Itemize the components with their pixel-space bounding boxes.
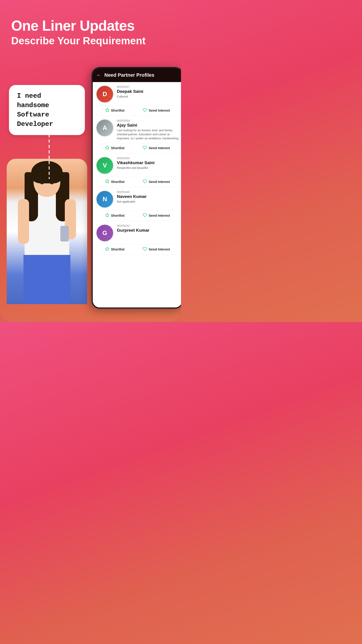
- svg-marker-2: [105, 146, 109, 149]
- profile-desc: Not applicable: [117, 200, 179, 204]
- shortlist-label: Shortlist: [111, 146, 125, 150]
- profile-item: A MSR5454 Ajay Saini I am looking for an…: [93, 116, 181, 154]
- send-interest-button[interactable]: Send Interest: [143, 108, 170, 113]
- shortlist-button[interactable]: Shortlist: [105, 213, 125, 218]
- profile-name[interactable]: Deepak Saini: [117, 89, 179, 94]
- profile-id: MSR5457: [117, 85, 179, 88]
- profile-desc: I am looking for an honest, kind, and fa…: [117, 128, 179, 141]
- send-interest-label: Send Interest: [149, 247, 170, 251]
- shortlist-button[interactable]: Shortlist: [105, 145, 125, 150]
- profile-info: MSR5454 Ajay Saini I am looking for an h…: [117, 119, 179, 141]
- profile-info: MSR5450 Vikashkumar Saini Respectful and…: [117, 156, 179, 170]
- star-icon: [105, 145, 109, 150]
- svg-marker-5: [105, 247, 109, 250]
- profile-top: N MSR5449 Naveen Kumar Not applicable: [96, 190, 179, 210]
- sub-title: Describe Your Requirement: [11, 35, 170, 47]
- shortlist-button[interactable]: Shortlist: [105, 179, 125, 184]
- profile-id: MSR5442: [117, 224, 179, 228]
- profile-id: MSR5454: [117, 119, 179, 122]
- profile-avatar[interactable]: G: [96, 224, 114, 242]
- heart-icon: [143, 179, 147, 184]
- title-section: One Liner Updates Describe Your Requirem…: [11, 18, 170, 47]
- profile-avatar[interactable]: D: [96, 85, 114, 103]
- send-interest-button[interactable]: Send Interest: [143, 179, 170, 184]
- send-interest-button[interactable]: Send Interest: [143, 145, 170, 150]
- profile-top: V MSR5450 Vikashkumar Saini Respectful a…: [96, 156, 179, 177]
- profile-desc: Respectful and beautiful: [117, 166, 179, 170]
- profile-item: V MSR5450 Vikashkumar Saini Respectful a…: [93, 154, 181, 187]
- send-interest-label: Send Interest: [149, 214, 170, 217]
- svg-marker-3: [105, 179, 109, 183]
- profile-actions: Shortlist Send Interest: [96, 210, 179, 221]
- shortlist-label: Shortlist: [111, 108, 125, 112]
- profile-info: MSR5442 Gurpreet Kumar: [117, 224, 179, 234]
- shortlist-label: Shortlist: [111, 180, 125, 184]
- shortlist-label: Shortlist: [111, 214, 125, 217]
- profile-name[interactable]: Ajay Saini: [117, 123, 179, 128]
- svg-marker-4: [105, 213, 109, 217]
- heart-icon: [143, 145, 147, 150]
- send-interest-label: Send Interest: [149, 146, 170, 150]
- avatar-placeholder: N: [96, 191, 113, 208]
- profile-avatar[interactable]: A: [96, 119, 114, 137]
- profile-avatar[interactable]: V: [96, 156, 114, 174]
- woman-figure: [7, 159, 87, 304]
- star-icon: [105, 108, 109, 113]
- main-title: One Liner Updates: [11, 18, 170, 34]
- avatar-placeholder: D: [96, 86, 113, 102]
- star-icon: [105, 247, 109, 252]
- profile-item: D MSR5457 Deepak Saini Cultured Shortlis…: [93, 82, 181, 116]
- profile-item: G MSR5442 Gurpreet Kumar Shortlist: [93, 221, 181, 255]
- avatar-placeholder: G: [96, 225, 113, 241]
- heart-icon: [143, 247, 147, 252]
- send-interest-button[interactable]: Send Interest: [143, 213, 170, 218]
- profile-list: D MSR5457 Deepak Saini Cultured Shortlis…: [93, 82, 181, 255]
- profile-actions: Shortlist Send Interest: [96, 143, 179, 153]
- profile-name[interactable]: Naveen Kumar: [117, 194, 179, 199]
- profile-info: MSR5457 Deepak Saini Cultured: [117, 85, 179, 98]
- app-header: ← Need Partner Profiles: [93, 68, 181, 82]
- dashed-line: [42, 134, 56, 180]
- shortlist-button[interactable]: Shortlist: [105, 108, 125, 113]
- profile-id: MSR5450: [117, 156, 179, 160]
- shortlist-label: Shortlist: [111, 247, 125, 251]
- profile-item: N MSR5449 Naveen Kumar Not applicable Sh…: [93, 187, 181, 221]
- send-interest-label: Send Interest: [149, 108, 170, 112]
- star-icon: [105, 213, 109, 218]
- profile-desc: Cultured: [117, 94, 179, 98]
- svg-marker-1: [105, 108, 109, 112]
- avatar-placeholder: V: [96, 157, 113, 174]
- profile-info: MSR5449 Naveen Kumar Not applicable: [117, 190, 179, 204]
- heart-icon: [143, 213, 147, 218]
- profile-id: MSR5449: [117, 190, 179, 194]
- profile-top: G MSR5442 Gurpreet Kumar: [96, 224, 179, 244]
- speech-bubble: I need handsome Software Developer: [9, 85, 85, 135]
- heart-icon: [143, 108, 147, 113]
- profile-name[interactable]: Vikashkumar Saini: [117, 160, 179, 165]
- send-interest-button[interactable]: Send Interest: [143, 247, 170, 252]
- send-interest-label: Send Interest: [149, 180, 170, 184]
- profile-actions: Shortlist Send Interest: [96, 105, 179, 116]
- profile-top: A MSR5454 Ajay Saini I am looking for an…: [96, 119, 179, 143]
- star-icon: [105, 179, 109, 184]
- app-header-title: Need Partner Profiles: [104, 72, 178, 78]
- speech-bubble-text: I need handsome Software Developer: [17, 91, 77, 129]
- profile-actions: Shortlist Send Interest: [96, 177, 179, 187]
- profile-name[interactable]: Gurpreet Kumar: [117, 228, 179, 233]
- profile-actions: Shortlist Send Interest: [96, 244, 179, 254]
- shortlist-button[interactable]: Shortlist: [105, 247, 125, 252]
- phone-front: ← Need Partner Profiles D MSR5457 Deepak…: [92, 67, 181, 308]
- back-button[interactable]: ←: [96, 72, 101, 78]
- avatar-placeholder: A: [96, 120, 113, 136]
- profile-avatar[interactable]: N: [96, 190, 114, 208]
- profile-top: D MSR5457 Deepak Saini Cultured: [96, 85, 179, 105]
